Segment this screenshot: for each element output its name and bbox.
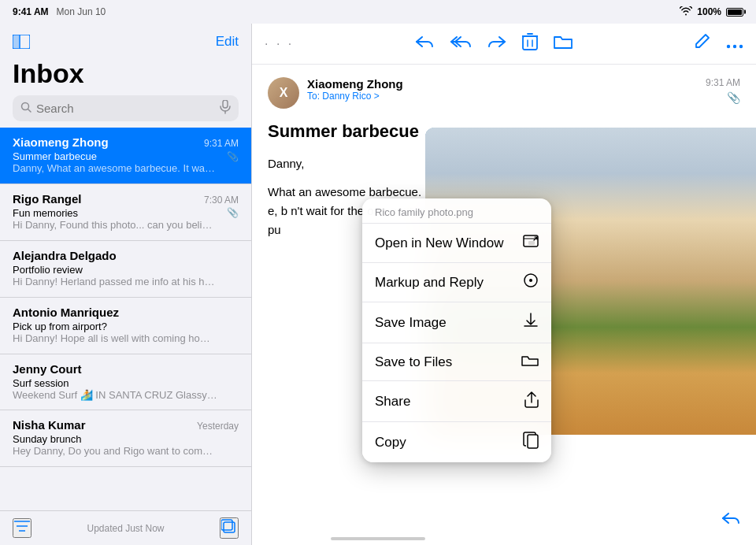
sidebar-toggle-button[interactable] [13, 35, 30, 49]
email-from-name: Xiaomeng Zhong [307, 77, 698, 91]
share-icon [524, 391, 539, 412]
toolbar-drag-handle: · · · [265, 37, 294, 51]
email-subject-2: Fun memories [13, 207, 78, 219]
email-received-time: 9:31 AM [706, 77, 740, 88]
email-sender-3: Alejandra Delgado [13, 249, 117, 262]
context-menu-share[interactable]: Share [362, 381, 551, 422]
more-button[interactable] [726, 35, 743, 53]
reply-button[interactable] [721, 510, 740, 532]
email-to-line[interactable]: To: Danny Rico > [307, 91, 698, 102]
battery-icon [726, 8, 743, 17]
email-attachment-indicator: 📎 [727, 91, 740, 104]
email-subject-4: Pick up from airport? [13, 321, 107, 332]
email-header-info: Xiaomeng Zhong To: Danny Rico > [307, 77, 698, 102]
email-preview-3: Hi Danny! Herland passed me info at his … [13, 276, 217, 289]
email-subject-1: Summer barbecue [13, 150, 97, 162]
email-sender-1: Xiaomeng Zhong [13, 135, 109, 149]
email-header-section: X Xiaomeng Zhong To: Danny Rico > 9:31 A… [268, 77, 740, 109]
svg-rect-46 [528, 241, 535, 245]
copy-label: Copy [375, 435, 406, 450]
attachment-icon-1: 📎 [227, 151, 239, 162]
sidebar-toolbar-left [13, 35, 30, 49]
save-image-label: Save Image [375, 315, 447, 331]
email-subject-3: Portfolio review [13, 264, 83, 276]
save-image-icon [523, 312, 539, 333]
folder-button[interactable] [554, 34, 573, 54]
context-menu-markup-reply[interactable]: Markup and Reply [362, 263, 551, 302]
reply-all-button[interactable] [450, 34, 472, 54]
context-menu-open-window[interactable]: Open in New Window [362, 224, 551, 263]
markup-reply-label: Markup and Reply [375, 275, 484, 291]
svg-point-48 [529, 279, 532, 282]
inbox-title: Inbox [0, 58, 251, 95]
email-time-6: Yesterday [197, 421, 239, 432]
email-sender-4: Antonio Manriquez [13, 306, 119, 319]
search-input[interactable] [36, 102, 215, 115]
email-time-2: 7:30 AM [204, 195, 239, 206]
status-bar-right: 100% [680, 6, 743, 18]
search-icon [20, 102, 32, 115]
edit-button[interactable]: Edit [216, 34, 239, 50]
context-menu-save-files[interactable]: Save to Files [362, 343, 551, 381]
sidebar-bottom: Updated Just Now [0, 510, 251, 545]
email-view-toolbar: · · · [252, 24, 756, 65]
email-item-1[interactable]: Xiaomeng Zhong 9:31 AM Summer barbecue 📎… [0, 128, 251, 184]
sidebar-toolbar: Edit [0, 24, 251, 58]
stack-button[interactable] [220, 517, 239, 539]
email-item-3[interactable]: Alejandra Delgado Portfolio review Hi Da… [0, 241, 251, 298]
status-bar: 9:41 AM Mon Jun 10 100% [0, 0, 756, 24]
save-files-label: Save to Files [375, 354, 452, 370]
trash-button[interactable] [522, 33, 538, 54]
status-day: Mon Jun 10 [57, 6, 106, 17]
email-sender-2: Rigo Rangel [13, 192, 82, 206]
toolbar-right [693, 33, 743, 54]
forward-button[interactable] [487, 34, 506, 54]
attachment-icon-2: 📎 [227, 207, 239, 218]
share-label: Share [375, 394, 410, 410]
email-list: Xiaomeng Zhong 9:31 AM Summer barbecue 📎… [0, 128, 251, 510]
email-item-4[interactable]: Antonio Manriquez Pick up from airport? … [0, 298, 251, 354]
email-preview-4: Hi Danny! Hope all is well with coming h… [13, 332, 217, 346]
email-header-time-section: 9:31 AM 📎 [706, 77, 740, 104]
mic-icon[interactable] [220, 100, 231, 117]
app-container: Edit Inbox [0, 24, 756, 545]
update-status: Updated Just Now [87, 523, 164, 534]
svg-rect-12 [523, 36, 537, 50]
reply-back-button[interactable] [415, 34, 434, 54]
save-files-icon [521, 353, 539, 371]
context-menu-copy[interactable]: Copy [362, 422, 551, 462]
email-time-1: 9:31 AM [204, 138, 239, 149]
svg-point-17 [727, 45, 730, 48]
context-menu-save-image[interactable]: Save Image [362, 302, 551, 343]
sender-avatar: X [268, 77, 299, 109]
svg-line-4 [28, 109, 32, 113]
svg-rect-0 [13, 35, 20, 49]
email-preview-5: Weekend Surf 🏄 IN SANTA CRUZ Glassy wave… [13, 389, 217, 402]
svg-rect-10 [224, 522, 235, 532]
svg-point-19 [739, 45, 743, 48]
email-item-6[interactable]: Nisha Kumar Yesterday Sunday brunch Hey … [0, 410, 251, 467]
context-menu-filename: Rico family photo.png [362, 198, 551, 224]
email-preview-2: Hi Danny, Found this photo... can you be… [13, 219, 217, 232]
svg-rect-49 [528, 435, 538, 448]
search-bar [13, 95, 239, 121]
status-time: 9:41 AM [13, 6, 49, 17]
context-menu: Rico family photo.png Open in New Window… [362, 198, 551, 462]
open-window-icon [523, 233, 539, 253]
svg-rect-5 [223, 100, 228, 108]
email-sender-6: Nisha Kumar [13, 418, 86, 432]
svg-rect-11 [221, 520, 232, 530]
compose-button[interactable] [693, 33, 710, 54]
sidebar: Edit Inbox [0, 24, 252, 545]
status-bar-left: 9:41 AM Mon Jun 10 [13, 6, 106, 17]
email-item-2[interactable]: Rigo Rangel 7:30 AM Fun memories 📎 Hi Da… [0, 184, 251, 241]
filter-button[interactable] [13, 518, 32, 538]
email-subject-6: Sunday brunch [13, 433, 81, 445]
copy-icon [523, 432, 539, 453]
toolbar-actions [415, 33, 573, 54]
email-content: X Xiaomeng Zhong To: Danny Rico > 9:31 A… [252, 65, 756, 545]
home-indicator [331, 537, 425, 540]
battery-fill [728, 9, 742, 15]
email-subject-5: Surf session [13, 377, 69, 389]
email-item-5[interactable]: Jenny Court Surf session Weekend Surf 🏄 … [0, 354, 251, 411]
